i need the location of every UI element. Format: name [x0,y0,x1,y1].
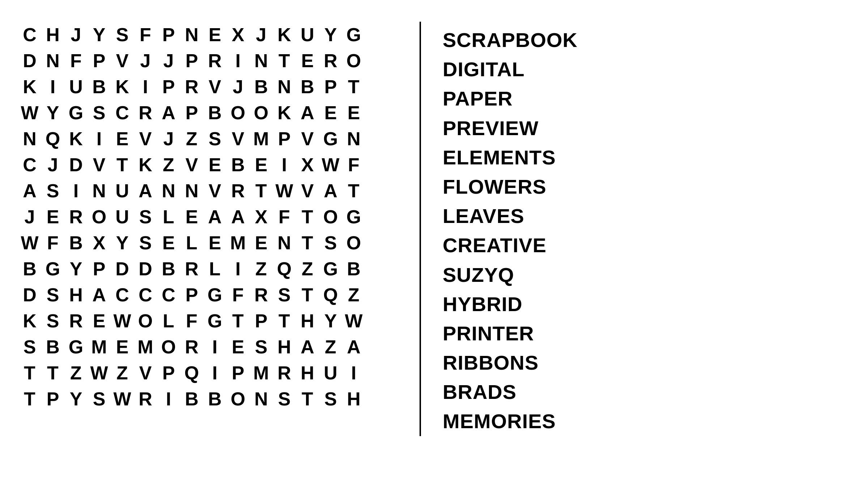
word-search-grid-container: CHJYSFPNEXJKUYGDNFPVJJPRINTEROKIUBKIPRVJ… [18,22,398,412]
grid-cell: B [342,256,365,282]
grid-cell: E [250,152,273,178]
grid-cell: C [111,282,134,308]
grid-cell: J [157,48,180,74]
grid-cell: W [273,178,296,204]
grid-cell: Y [111,230,134,256]
grid-cell: J [157,126,180,152]
grid-cell: W [18,230,41,256]
grid-cell: P [180,100,203,126]
grid-cell: W [319,152,342,178]
grid-cell: N [41,48,64,74]
grid-cell: O [250,100,273,126]
grid-cell: F [342,152,365,178]
grid-cell: I [134,74,157,100]
grid-cell: P [41,386,64,412]
grid-cell: R [319,48,342,74]
grid-cell: I [203,334,226,360]
grid-cell: P [180,48,203,74]
grid-cell: W [18,100,41,126]
grid-cell: Z [319,334,342,360]
grid-cell: S [319,230,342,256]
grid-cell: U [296,22,319,48]
grid-cell: V [134,360,157,386]
grid-cell: G [203,282,226,308]
grid-cell: E [203,152,226,178]
grid-cell: P [157,74,180,100]
grid-cell: T [296,230,319,256]
grid-cell: E [41,204,64,230]
grid-cell: S [41,178,64,204]
grid-cell: H [273,334,296,360]
grid-cell: S [319,386,342,412]
grid-cell: S [203,126,226,152]
grid-cell: O [226,100,250,126]
grid-cell: R [180,74,203,100]
grid-cell: G [41,256,64,282]
grid-cell: A [296,334,319,360]
grid-cell: T [111,152,134,178]
grid-cell: W [342,308,365,334]
grid-cell: E [319,100,342,126]
grid-cell: T [41,360,64,386]
grid-cell: G [319,126,342,152]
grid-cell: X [296,152,319,178]
grid-cell: Q [273,256,296,282]
grid-cell: I [226,48,250,74]
grid-cell: V [203,178,226,204]
grid-cell: I [88,126,111,152]
grid-cell: Z [111,360,134,386]
grid-cell: E [111,126,134,152]
grid-cell: W [88,360,111,386]
grid-cell: V [180,152,203,178]
grid-cell: T [18,360,41,386]
grid-cell: Z [64,360,88,386]
grid-cell: O [226,386,250,412]
word-item: SUZYQ [443,260,850,289]
main-content: CHJYSFPNEXJKUYGDNFPVJJPRINTEROKIUBKIPRVJ… [18,22,850,436]
grid-cell: E [203,230,226,256]
grid-cell: A [342,334,365,360]
grid-cell: V [134,126,157,152]
grid-cell: V [203,74,226,100]
grid-cell: A [319,178,342,204]
grid-cell: S [111,22,134,48]
grid-cell: E [157,230,180,256]
grid-cell: B [64,230,88,256]
grid-cell: Z [180,126,203,152]
grid-cell: L [157,308,180,334]
grid-cell: I [41,74,64,100]
grid-cell: I [226,256,250,282]
grid-cell: K [18,308,41,334]
grid-cell: W [111,386,134,412]
grid-cell: F [64,48,88,74]
grid-cell: J [18,204,41,230]
grid-cell: P [88,256,111,282]
word-item: PAPER [443,84,850,113]
grid-cell: B [41,334,64,360]
divider [420,22,421,436]
grid-cell: B [296,74,319,100]
grid-cell: T [273,48,296,74]
grid-cell: U [319,360,342,386]
grid-cell: L [180,230,203,256]
grid-cell: H [41,22,64,48]
grid-cell: K [273,100,296,126]
grid-cell: X [226,22,250,48]
grid-cell: I [342,360,365,386]
grid-cell: R [180,256,203,282]
grid-cell: S [41,308,64,334]
grid-cell: D [134,256,157,282]
grid-cell: S [250,334,273,360]
grid-cell: E [342,100,365,126]
grid-cell: F [226,282,250,308]
grid-cell: S [134,204,157,230]
grid-cell: A [157,100,180,126]
grid-cell: M [226,230,250,256]
grid-cell: S [88,386,111,412]
grid-cell: O [342,230,365,256]
grid-cell: P [157,360,180,386]
grid-cell: N [180,22,203,48]
grid-cell: N [157,178,180,204]
grid-cell: S [134,230,157,256]
grid-cell: F [134,22,157,48]
